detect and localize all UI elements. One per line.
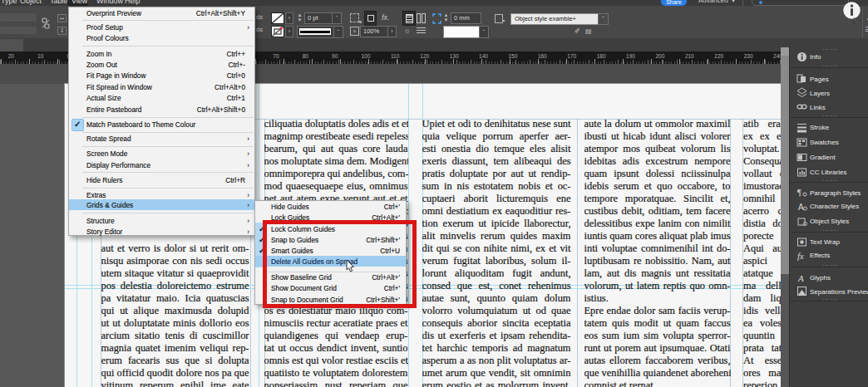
svg-text:A: A (797, 272, 804, 282)
svg-text:fx: fx (797, 251, 804, 260)
svg-text:A: A (798, 202, 804, 211)
svg-text:¶: ¶ (797, 188, 801, 197)
